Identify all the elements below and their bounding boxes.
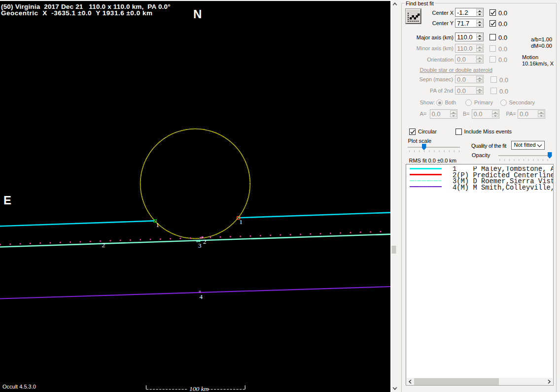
svg-text:2: 2 (102, 241, 105, 249)
svg-text:100 km: 100 km (189, 385, 209, 392)
svg-text:2: 2 (203, 238, 207, 245)
svg-text:1: 1 (240, 218, 243, 226)
svg-text:1: 1 (156, 221, 160, 229)
svg-text:Geocentric X -3635.1 ±0.0 Y: Geocentric X -3635.1 ±0.0 Y 1931.6 ±0.0 … (1, 9, 152, 17)
svg-text:Occult 4.5.3.0: Occult 4.5.3.0 (2, 384, 36, 390)
svg-text:E: E (3, 194, 11, 207)
svg-text:3: 3 (198, 242, 202, 249)
svg-text:4: 4 (200, 293, 203, 300)
svg-text:N: N (193, 7, 202, 21)
